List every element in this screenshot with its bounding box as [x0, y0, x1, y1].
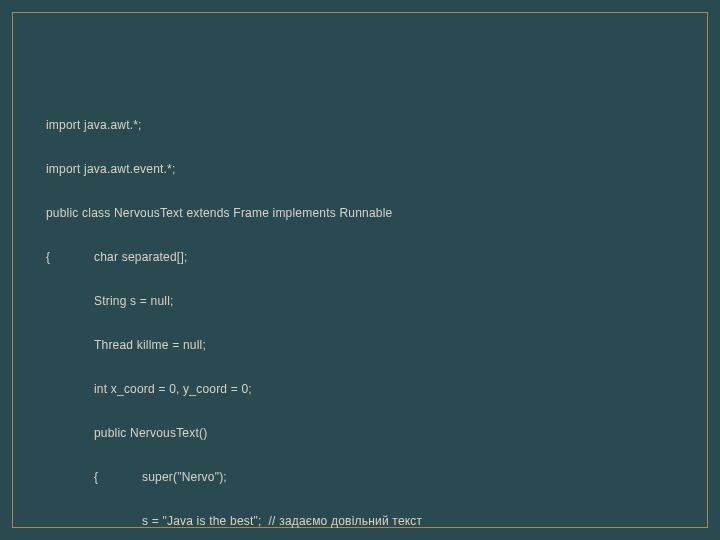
code-text: super("Nervo");	[142, 470, 227, 484]
code-line: int x_coord = 0, y_coord = 0;	[46, 378, 700, 400]
code-text: int x_coord = 0, y_coord = 0;	[46, 378, 252, 400]
code-line: import java.awt.event.*;	[46, 158, 700, 180]
code-text: String s = null;	[46, 290, 174, 312]
code-line: Thread killme = null;	[46, 334, 700, 356]
code-line: {super("Nervo");	[46, 466, 700, 488]
open-brace: {	[46, 466, 142, 488]
code-text: s = "Java is the best"; // задаємо довіл…	[46, 510, 422, 532]
code-line: {char separated[];	[46, 246, 700, 268]
code-line: public NervousText()	[46, 422, 700, 444]
code-line: import java.awt.*;	[46, 114, 700, 136]
code-text: Thread killme = null;	[46, 334, 206, 356]
code-text: public NervousText()	[46, 422, 207, 444]
code-line: String s = null;	[46, 290, 700, 312]
code-line: s = "Java is the best"; // задаємо довіл…	[46, 510, 700, 532]
open-brace: {	[46, 246, 94, 268]
code-text: char separated[];	[94, 250, 187, 264]
code-block: import java.awt.*; import java.awt.event…	[46, 92, 700, 540]
code-line: public class NervousText extends Frame i…	[46, 202, 700, 224]
